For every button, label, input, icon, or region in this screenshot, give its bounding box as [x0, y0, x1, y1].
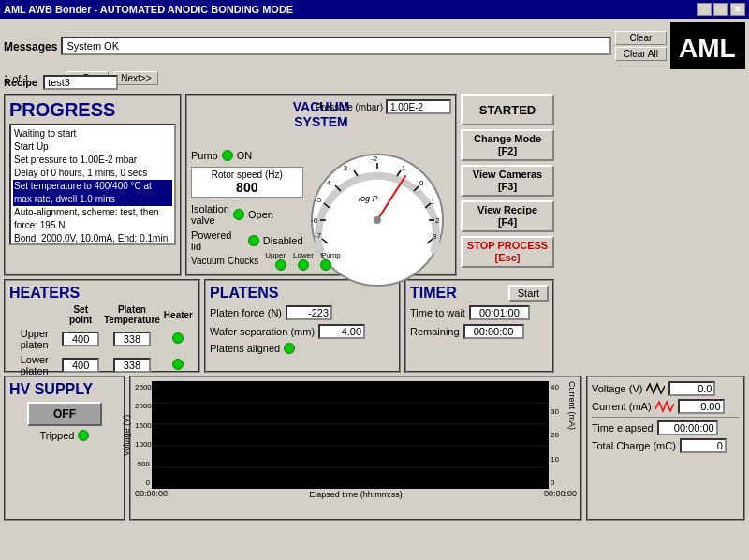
voltage-input[interactable]	[668, 381, 715, 396]
voltage-label: Voltage (V)	[592, 383, 642, 394]
isolation-status: Open	[248, 209, 273, 220]
powered-lid-label: Powered lid	[191, 229, 244, 252]
messages-buttons: Clear Clear All	[615, 31, 667, 61]
remaining-label: Remaining	[410, 326, 460, 337]
total-charge-label: Total Charge (mC)	[592, 440, 676, 451]
y-axis-label: Voltage (V)	[122, 414, 131, 456]
clear-all-button[interactable]: Clear All	[615, 47, 667, 61]
progress-item: Bond, 2000.0V, 10.0mA, End: 0.1min or 5m…	[13, 232, 172, 245]
hv-title: HV SUPPLY	[9, 381, 93, 398]
progress-item: Delay of 0 hours, 1 mins, 0 secs	[13, 167, 172, 180]
chart-y-axis-right: 40 30 20 10 0	[549, 381, 567, 489]
platens-aligned-indicator	[284, 343, 295, 354]
platen-force-input[interactable]	[286, 305, 332, 320]
upper-temp-input[interactable]	[113, 332, 151, 346]
upper-heater-row: Upper platen	[9, 326, 195, 352]
pressure-input[interactable]	[386, 99, 451, 114]
title-bar: AML AWB Bonder - AUTOMATED ANODIC BONDIN…	[0, 0, 749, 19]
platens-panel: PLATENS Platen force (N) Wafer separatio…	[204, 279, 401, 373]
remaining-input[interactable]	[463, 324, 524, 339]
timer-start-button[interactable]: Start	[508, 285, 549, 302]
svg-text:-2: -2	[371, 155, 378, 163]
tripped-indicator	[78, 430, 89, 441]
vacuum-panel: VACUUMSYSTEM Pressure (mbar) Pump ON Rot…	[185, 94, 457, 276]
lower-set-input[interactable]	[62, 358, 99, 373]
window-controls: _ □ ✕	[697, 3, 745, 16]
recipe-input[interactable]	[43, 75, 118, 90]
pressure-row: Pressure (mbar)	[316, 99, 451, 114]
total-charge-row: Total Charge (mC)	[592, 438, 740, 453]
chuck-upper-indicator	[275, 259, 286, 271]
tripped-row: Tripped	[40, 430, 90, 441]
progress-item: Set pressure to 1.00E-2 mbar	[13, 154, 172, 167]
time-elapsed-input[interactable]	[657, 420, 718, 435]
maximize-button[interactable]: □	[713, 3, 728, 16]
powered-lid-indicator	[248, 235, 259, 246]
current-row: Current (mA)	[592, 399, 740, 414]
title-text: AML AWB Bonder - AUTOMATED ANODIC BONDIN…	[4, 4, 293, 15]
timer-panel: TIMER Start Time to wait Remaining	[404, 279, 554, 373]
lower-heater-indicator	[172, 359, 184, 370]
logo: AML	[670, 22, 745, 69]
progress-title: PROGRESS	[9, 99, 176, 121]
upper-heater-indicator	[172, 332, 184, 344]
current-input[interactable]	[678, 399, 725, 414]
wafer-separation-row: Wafer separation (mm)	[210, 324, 395, 339]
clear-button[interactable]: Clear	[615, 31, 667, 45]
view-recipe-button[interactable]: View Recipe[F4]	[461, 200, 554, 232]
progress-panel: PROGRESS Waiting to startStart UpSet pre…	[4, 94, 182, 276]
chuck-pump-indicator	[320, 259, 331, 271]
svg-text:-4: -4	[324, 179, 331, 187]
change-mode-button[interactable]: Change Mode[F2]	[461, 129, 554, 161]
current-icon	[655, 400, 674, 413]
platen-force-label: Platen force (N)	[210, 307, 282, 318]
progress-list[interactable]: Waiting to startStart UpSet pressure to …	[9, 124, 176, 245]
hv-panel: HV SUPPLY OFF Tripped	[4, 376, 125, 521]
lower-label: Lower platen	[9, 352, 59, 378]
recipe-label: Recipe	[4, 77, 37, 88]
voltage-row: Voltage (V)	[592, 381, 740, 396]
close-button[interactable]: ✕	[730, 3, 745, 16]
current-label: Current (mA)	[592, 401, 652, 412]
upper-set-input[interactable]	[62, 332, 99, 346]
isolation-row: Isolationvalve Open	[191, 203, 303, 226]
chuck-lower-indicator	[298, 259, 309, 271]
time-to-wait-row: Time to wait	[410, 305, 549, 320]
chart-svg	[152, 381, 549, 489]
progress-item: Auto-alignment, scheme: test, then force…	[13, 206, 172, 232]
aml-logo-icon: AML	[675, 27, 741, 65]
vacuum-controls: Pump ON Rotor speed (Hz) 800 Isolationva…	[191, 150, 303, 292]
heaters-panel: HEATERS Set point PlatenTemperature Heat…	[4, 279, 200, 373]
time-elapsed-label: Time elapsed	[592, 422, 654, 434]
svg-text:1: 1	[431, 198, 435, 206]
vacuum-chucks: Vacuum Chucks Upper Lower Pump	[191, 251, 341, 271]
upper-label: Upper platen	[9, 326, 59, 352]
y-right-label: Current (mA)	[567, 381, 577, 489]
powered-lid-status: Disabled	[263, 235, 303, 246]
wafer-separation-input[interactable]	[318, 324, 365, 339]
remaining-row: Remaining	[410, 324, 549, 339]
time-to-wait-input[interactable]	[469, 305, 530, 320]
x-start: 00:00:00	[135, 489, 168, 499]
divider	[592, 417, 740, 418]
view-cameras-button[interactable]: View Cameras[F3]	[461, 165, 554, 197]
messages-input[interactable]	[61, 37, 610, 55]
svg-text:-6: -6	[311, 216, 318, 225]
voltage-icon	[646, 382, 665, 395]
chart-canvas	[152, 381, 549, 489]
started-button[interactable]: STARTED	[461, 94, 554, 125]
middle-section: PROGRESS Waiting to startStart UpSet pre…	[4, 94, 745, 276]
lower-temp-input[interactable]	[113, 358, 151, 373]
stop-process-button[interactable]: STOP PROCESS[Esc]	[461, 236, 554, 268]
progress-item: Waiting to start	[13, 127, 172, 140]
right-panel: STARTED Change Mode[F2] View Cameras[F3]…	[461, 94, 554, 276]
rotor-speed-box: Rotor speed (Hz) 800	[191, 167, 303, 198]
chart-y-axis: 2500 2000 1500 1000 500 0	[135, 381, 152, 489]
minimize-button[interactable]: _	[697, 3, 712, 16]
rotor-speed-value: 800	[196, 180, 299, 195]
messages-label: Messages	[4, 40, 57, 53]
total-charge-input[interactable]	[680, 438, 727, 453]
hv-off-button[interactable]: OFF	[27, 402, 102, 426]
powered-lid-row: Powered lid Disabled	[191, 229, 303, 252]
pressure-label: Pressure (mbar)	[316, 102, 383, 112]
